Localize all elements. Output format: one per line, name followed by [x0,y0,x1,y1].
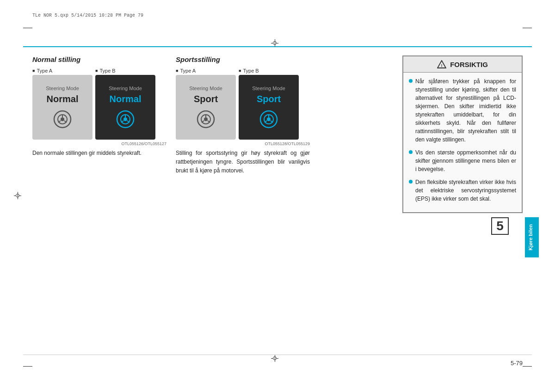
sport-panel-b-label: Steering Mode [252,86,285,91]
side-tab: Kjøre bilen [525,217,539,257]
sport-panel-a-wrapper: Type A Steering Mode Sport [176,68,236,140]
steering-wheel-icon-b [115,109,136,129]
normal-panel-a-type: Type A [32,68,92,74]
normal-panel-b: Steering Mode Normal [95,75,155,140]
main-content: Normal stilling Type A Steering Mode Nor… [32,55,523,346]
normal-description: Den normale stillingen gir middels styre… [32,149,166,158]
warning-triangle-icon: ! [437,60,446,68]
normal-otl-label: OTL055126/OTL055127 [32,141,166,146]
page-number: 5-79 [511,360,523,367]
svg-point-14 [204,117,208,121]
corner-mark-br [523,366,532,367]
normal-panel-b-type: Type B [95,68,155,74]
normal-panel-a-wrapper: Type A Steering Mode Normal [32,68,92,140]
section-normal: Normal stilling Type A Steering Mode Nor… [32,55,166,158]
warning-bullet-2 [409,150,413,154]
svg-text:!: ! [441,63,443,68]
svg-point-2 [61,117,64,121]
sport-panel-b-type: Type B [239,68,299,74]
sport-panel-a: Steering Mode Sport [176,75,236,140]
sport-otl-label: OTL055128/OTL055129 [176,141,310,146]
sport-section-title: Sportsstilling [176,55,310,63]
sport-panel-a-value: Sport [194,94,218,104]
normal-panels-row: Type A Steering Mode Normal Type [32,68,166,140]
steering-wheel-icon-a [52,109,73,129]
chapter-number: 5 [491,217,509,235]
normal-panel-b-wrapper: Type B Steering Mode Normal [95,68,155,140]
section-sport: Sportsstilling Type A Steering Mode Spor… [176,55,310,176]
sport-panel-b-wrapper: Type B Steering Mode Sport [239,68,299,140]
warning-bullet-1 [409,79,413,83]
crosshair-top [271,39,278,47]
svg-point-8 [123,117,127,121]
svg-point-20 [267,117,271,121]
corner-mark-bl [23,366,32,367]
warning-title: FORSIKTIG [450,61,488,68]
steering-wheel-icon-sport-a [196,109,216,129]
crosshair-bottom [271,355,278,362]
page-border-bottom [23,355,532,355]
normal-panel-b-label: Steering Mode [109,86,142,91]
normal-panel-a-value: Normal [47,94,79,104]
warning-item-3: Den fleksible styrekraften virker ikke h… [409,178,516,203]
sport-panels-row: Type A Steering Mode Sport Type B [176,68,310,140]
crosshair-left [14,192,21,199]
warning-text-1: Når sjåføren trykker på knappen for styr… [415,77,516,144]
sport-panel-b: Steering Mode Sport [239,75,299,140]
sport-panel-a-label: Steering Mode [189,86,222,91]
warning-box: ! FORSIKTIG Når sjåføren trykker på knap… [402,55,523,213]
print-header: TLe NOR 5.qxp 5/14/2015 10:28 PM Page 79 [32,13,143,18]
warning-item-2: Vis den største oppmerksomhet når du ski… [409,148,516,173]
sport-panel-b-value: Sport [257,94,281,104]
normal-section-title: Normal stilling [32,55,166,63]
sport-description: Stilling for sportsstyring gir høy styre… [176,149,310,176]
normal-panel-a-label: Steering Mode [46,86,79,91]
normal-panel-a: Steering Mode Normal [32,75,92,140]
warning-item-1: Når sjåføren trykker på knappen for styr… [409,77,516,144]
corner-mark-tl [23,28,32,28]
warning-bullet-3 [409,180,413,184]
warning-body: Når sjåføren trykker på knappen for styr… [403,73,522,212]
warning-text-2: Vis den største oppmerksomhet når du ski… [415,148,516,173]
normal-panel-b-value: Normal [110,94,142,104]
warning-text-3: Den fleksible styrekraften virker ikke h… [415,178,516,203]
corner-mark-tr [523,28,532,28]
warning-header: ! FORSIKTIG [403,56,522,73]
steering-wheel-icon-sport-b [259,109,279,129]
sport-panel-a-type: Type A [176,68,236,74]
